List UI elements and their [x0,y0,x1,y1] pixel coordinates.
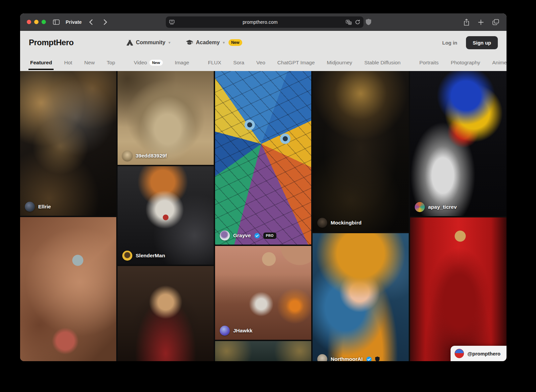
artwork-card-ellrie[interactable]: Ellrie [20,71,116,216]
artwork-card-ornate[interactable] [215,341,311,361]
pro-badge: PRO [263,233,276,239]
tab-video[interactable]: VideoNew [133,54,164,71]
minimize-window-button[interactable] [34,20,39,24]
creator-link[interactable]: Ellrie [25,202,51,212]
tab-featured[interactable]: Featured [29,54,53,71]
prompthero-avatar [455,349,464,358]
shield-badge-icon [375,356,380,361]
creator-link[interactable]: Mockingbird [317,218,361,228]
verified-badge-icon [366,356,372,362]
avatar [317,354,327,361]
artwork-card-redfashion[interactable] [410,217,507,361]
tab-anime[interactable]: Anime [491,54,507,71]
tab-hot[interactable]: Hot [63,54,73,71]
artwork-grid: Ellrie 39edd83929f SlenderMan [20,71,507,361]
artwork-image [215,71,311,245]
tab-midjourney[interactable]: Midjourney [326,54,353,71]
tent-icon [127,40,133,46]
tab-stable-diffusion[interactable]: Stable Diffusion [363,54,401,71]
creator-link[interactable]: JHawkk [220,326,253,336]
artwork-image [313,233,409,361]
artwork-card-slenderman[interactable]: SlenderMan [118,166,214,265]
tab-photography[interactable]: Photography [450,54,481,71]
avatar [317,218,327,228]
avatar [122,251,132,261]
tab-image[interactable]: Image [174,54,190,71]
nav-academy-label: Academy [196,40,220,46]
login-button[interactable]: Log in [442,40,457,46]
artwork-card-northmoorai[interactable]: NorthmoorAI [313,233,409,361]
private-browsing-label: Private [66,19,82,25]
browser-window: Private prompthero.com [20,13,507,361]
graduation-cap-icon [186,40,193,45]
avatar [220,231,230,241]
sidebar-toggle-icon[interactable] [53,19,60,25]
artwork-image [118,266,214,361]
artwork-card-jhawkk[interactable]: JHawkk [215,246,311,340]
artwork-card-grayve[interactable]: Grayve PRO [215,71,311,245]
tab-sora[interactable]: Sora [232,54,245,71]
creator-link[interactable]: NorthmoorAI [317,354,380,361]
creator-link[interactable]: apay_ticrev [415,202,457,212]
nav-community-label: Community [136,40,165,46]
tab-flux[interactable]: FLUX [207,54,222,71]
prompthero-corner-badge[interactable]: @prompthero [451,346,507,361]
forward-button[interactable] [102,18,109,26]
artwork-image [118,166,214,265]
username: SlenderMan [136,253,165,259]
avatar [25,202,35,212]
creator-link[interactable]: SlenderMan [122,251,165,261]
artwork-card-portrait[interactable] [20,217,116,361]
username: NorthmoorAI [331,356,363,361]
browser-toolbar: Private prompthero.com [20,13,507,31]
artwork-image [20,71,116,216]
avatar [415,202,425,212]
address-bar[interactable]: prompthero.com [166,16,363,28]
username: Mockingbird [331,220,361,226]
video-new-badge: New [149,60,163,66]
avatar [220,326,230,336]
artwork-card-39edd83929f[interactable]: 39edd83929f [118,71,214,165]
traffic-lights [27,20,46,24]
artwork-image [20,217,116,361]
artwork-card-mockingbird[interactable]: Mockingbird [313,71,409,232]
translate-icon[interactable] [346,20,352,25]
artwork-image [215,341,311,361]
zoom-window-button[interactable] [42,20,46,24]
prompthero-handle: @prompthero [467,351,500,356]
creator-link[interactable]: Grayve PRO [220,231,276,241]
url-text[interactable]: prompthero.com [175,19,346,25]
username: JHawkk [233,328,253,334]
reader-view-icon[interactable] [169,20,175,24]
new-tab-icon[interactable] [478,19,484,25]
chevron-down-icon: ▾ [169,40,171,45]
artwork-image [410,217,507,361]
username: 39edd83929f [136,153,167,159]
tab-top[interactable]: Top [106,54,116,71]
tab-chatgpt-image[interactable]: ChatGPT Image [276,54,316,71]
artwork-card-wonderwoman[interactable] [118,266,214,361]
artwork-image [410,71,507,216]
creator-link[interactable]: 39edd83929f [122,151,167,161]
username: Ellrie [38,204,51,210]
prompthero-logo[interactable]: PromptHero [29,38,74,47]
chevron-down-icon: ▾ [223,40,225,45]
privacy-shield-icon[interactable] [366,19,371,26]
verified-badge-icon [254,233,260,239]
username: apay_ticrev [428,204,457,210]
tab-overview-icon[interactable] [492,19,499,25]
site-header: PromptHero Community ▾ Academy ▾ New Log… [20,31,507,54]
tab-veo[interactable]: Veo [255,54,266,71]
nav-community[interactable]: Community ▾ [127,40,171,46]
artwork-image [313,71,409,232]
artwork-card-apay-ticrev[interactable]: apay_ticrev [410,71,507,216]
close-window-button[interactable] [27,20,31,24]
tab-new[interactable]: New [83,54,96,71]
share-icon[interactable] [464,19,469,26]
reload-icon[interactable] [355,19,360,25]
tab-portraits[interactable]: Portraits [418,54,440,71]
back-button[interactable] [88,18,94,26]
nav-academy[interactable]: Academy ▾ New [186,39,242,46]
signup-button[interactable]: Sign up [466,36,498,49]
academy-new-badge: New [228,39,242,46]
